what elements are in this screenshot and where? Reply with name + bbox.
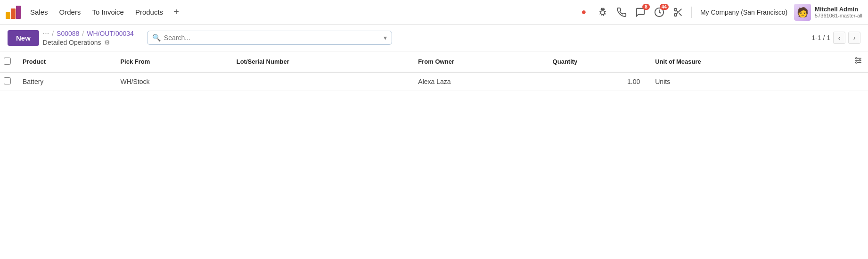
cell-lot-serial (231, 72, 413, 91)
col-product[interactable]: Product (17, 51, 115, 72)
col-quantity[interactable]: Quantity (547, 51, 650, 72)
row-checkbox[interactable] (4, 77, 11, 84)
chat-badge: 8 (642, 4, 650, 10)
nav-divider (691, 7, 692, 18)
table-container: Product Pick From Lot/Serial Number From… (0, 51, 868, 91)
col-from-owner[interactable]: From Owner (412, 51, 547, 72)
search-bar[interactable]: 🔍 ▾ (147, 31, 392, 45)
nav-sales[interactable]: Sales (25, 5, 53, 19)
operations-table: Product Pick From Lot/Serial Number From… (0, 51, 868, 91)
svg-line-13 (679, 13, 681, 16)
page-title-row: Detailed Operations ⚙ (43, 39, 134, 46)
col-pick-from[interactable]: Pick From (115, 51, 230, 72)
activity-icon[interactable]: 44 (652, 5, 667, 20)
company-name[interactable]: My Company (San Francisco) (697, 8, 790, 16)
nav-add-button[interactable]: + (170, 5, 183, 19)
svg-line-5 (599, 13, 601, 14)
avatar[interactable]: 🧑 (794, 4, 811, 21)
search-input[interactable] (164, 34, 384, 42)
new-button[interactable]: New (8, 30, 39, 46)
svg-point-10 (674, 8, 677, 11)
select-all-col (0, 51, 17, 72)
svg-line-6 (605, 13, 606, 14)
svg-rect-0 (6, 12, 10, 19)
gear-icon[interactable]: ⚙ (104, 39, 110, 46)
col-unit-of-measure[interactable]: Unit of Measure (649, 51, 812, 72)
svg-point-11 (674, 13, 677, 16)
pagination: 1-1 / 1 ‹ › (811, 32, 860, 44)
row-checkbox-cell (0, 72, 17, 91)
status-dot-icon[interactable]: ● (576, 5, 591, 20)
nav-icons-group: ● 8 (576, 4, 862, 21)
scissors-icon[interactable] (671, 5, 686, 20)
cell-pick-from: WH/Stock (115, 72, 230, 91)
breadcrumb-block: ··· / S00088 / WH/OUT/00034 Detailed Ope… (43, 29, 134, 46)
pagination-prev[interactable]: ‹ (833, 32, 845, 44)
user-info[interactable]: Mitchell Admin 57361061-master-all (815, 6, 862, 18)
bug-icon[interactable] (595, 5, 610, 20)
col-lot-serial[interactable]: Lot/Serial Number (231, 51, 413, 72)
activity-badge: 44 (660, 4, 669, 10)
pagination-label: 1-1 / 1 (811, 34, 830, 42)
svg-line-4 (605, 11, 606, 12)
pagination-next[interactable]: › (848, 32, 860, 44)
svg-point-18 (856, 58, 857, 59)
page-subtitle: Detailed Operations (43, 39, 101, 46)
app-logo[interactable] (6, 5, 21, 20)
breadcrumb-s00088[interactable]: S00088 (57, 30, 79, 37)
chat-icon[interactable]: 8 (633, 5, 648, 20)
cell-unit-of-measure: Units (649, 72, 812, 91)
svg-line-14 (676, 10, 678, 12)
phone-icon[interactable] (614, 5, 629, 20)
select-all-checkbox[interactable] (4, 58, 11, 65)
breadcrumb: ··· / S00088 / WH/OUT/00034 (43, 29, 134, 38)
table-header-row: Product Pick From Lot/Serial Number From… (0, 51, 868, 72)
search-icon: 🔍 (152, 33, 161, 42)
svg-point-20 (856, 62, 857, 63)
table-row: Battery WH/Stock Alexa Laza 1.00 Units (0, 72, 868, 91)
nav-products[interactable]: Products (131, 5, 168, 19)
breadcrumb-sep-1: / (52, 30, 54, 37)
action-bar: New ··· / S00088 / WH/OUT/00034 Detailed… (0, 25, 868, 51)
user-id: 57361061-master-all (815, 13, 862, 18)
cell-quantity: 1.00 (547, 72, 650, 91)
user-name: Mitchell Admin (815, 6, 862, 13)
search-dropdown-arrow[interactable]: ▾ (384, 34, 387, 42)
breadcrumb-wh[interactable]: WH/OUT/00034 (87, 30, 134, 37)
svg-point-19 (859, 60, 860, 61)
nav-orders[interactable]: Orders (55, 5, 86, 19)
nav-to-invoice[interactable]: To Invoice (87, 5, 129, 19)
cell-adjust (812, 72, 868, 91)
top-navigation: Sales Orders To Invoice Products + ● (0, 0, 868, 25)
cell-from-owner: Alexa Laza (412, 72, 547, 91)
svg-line-3 (599, 11, 601, 12)
svg-rect-1 (11, 8, 16, 19)
col-adjust-icon[interactable] (812, 51, 868, 72)
cell-product: Battery (17, 72, 115, 91)
breadcrumb-dots[interactable]: ··· (43, 29, 49, 38)
breadcrumb-sep-2: / (82, 30, 84, 37)
svg-rect-2 (16, 6, 21, 19)
